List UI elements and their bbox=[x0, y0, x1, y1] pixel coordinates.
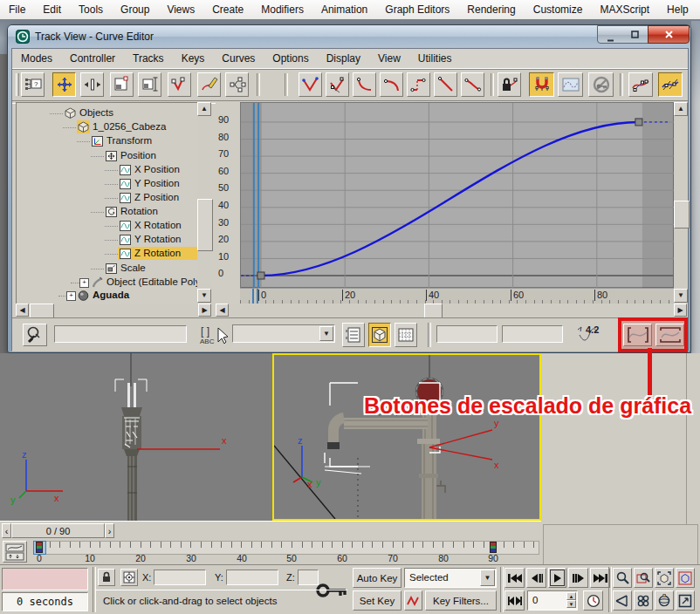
zoom-extents-button[interactable] bbox=[655, 568, 674, 588]
y-coord-field[interactable] bbox=[226, 570, 278, 585]
select-by-name-button[interactable] bbox=[23, 324, 47, 346]
curve-graph[interactable] bbox=[240, 102, 674, 288]
hierarchy-tree[interactable]: Objects 1_0256_Cabeza Transform Position… bbox=[16, 102, 198, 304]
viewport-perspective-active[interactable]: y x z x y bbox=[272, 353, 541, 521]
absolute-offset-toggle[interactable] bbox=[120, 569, 138, 586]
scale-keys-button[interactable] bbox=[110, 72, 134, 97]
menu-display[interactable]: Display bbox=[318, 49, 369, 68]
time-configuration-button[interactable] bbox=[583, 590, 603, 611]
scale-values-button[interactable] bbox=[138, 72, 161, 97]
scroll-left-arrow[interactable]: ◀ bbox=[216, 304, 229, 317]
maximize-button[interactable] bbox=[622, 25, 649, 44]
set-key-button[interactable]: Set Key bbox=[353, 590, 401, 611]
next-frame-arrow[interactable]: › bbox=[105, 523, 114, 538]
dropdown-arrow[interactable]: ▼ bbox=[319, 326, 333, 341]
pan-button[interactable] bbox=[634, 590, 653, 611]
menu-tracks[interactable]: Tracks bbox=[124, 49, 173, 68]
keyframe-marker-90[interactable] bbox=[490, 542, 497, 553]
tree-item-aguada[interactable]: +Aguada bbox=[17, 289, 198, 303]
key-filters-button[interactable]: Key Filters... bbox=[425, 590, 497, 611]
scroll-thumb[interactable] bbox=[197, 199, 213, 251]
tree-item-rotation[interactable]: Rotation bbox=[17, 205, 198, 219]
menu-animation[interactable]: Animation bbox=[312, 0, 376, 19]
scroll-down-arrow[interactable]: ▼ bbox=[197, 289, 211, 303]
menu-create[interactable]: Create bbox=[203, 0, 252, 19]
window-title-bar[interactable]: Track View - Curve Editor bbox=[8, 25, 690, 48]
menu-rendering[interactable]: Rendering bbox=[458, 0, 524, 19]
scroll-up-arrow[interactable]: ▲ bbox=[197, 102, 211, 116]
snap-frames-button[interactable] bbox=[529, 72, 554, 97]
tree-item-y-position[interactable]: Y Position bbox=[17, 177, 198, 191]
selection-set-dropdown[interactable]: ▼ bbox=[232, 324, 335, 343]
set-tangents-auto-button[interactable] bbox=[299, 72, 322, 97]
x-coord-field[interactable] bbox=[154, 570, 206, 585]
menu-customize[interactable]: Customize bbox=[525, 0, 592, 19]
zoom-value-extents-button[interactable] bbox=[655, 324, 684, 346]
scroll-thumb[interactable] bbox=[424, 304, 443, 318]
key-time-field[interactable] bbox=[436, 325, 498, 343]
key-value-field[interactable] bbox=[502, 325, 563, 343]
menu-tools[interactable]: Tools bbox=[70, 0, 112, 19]
time-slider-tick[interactable] bbox=[257, 289, 258, 304]
zoom-all-button[interactable] bbox=[634, 568, 653, 588]
scroll-up-arrow[interactable]: ▲ bbox=[674, 102, 688, 116]
set-tangents-slow-button[interactable] bbox=[380, 72, 403, 97]
set-tangents-custom-button[interactable] bbox=[326, 72, 349, 97]
go-to-end-button[interactable] bbox=[590, 568, 610, 588]
tree-item-editable-poly[interactable]: +Object (Editable Poly) bbox=[17, 276, 198, 290]
tree-scrollbar-vertical[interactable]: ▲ ▼ bbox=[197, 102, 211, 303]
menu-views[interactable]: Views bbox=[158, 0, 203, 19]
viewport-front[interactable]: x z x y bbox=[0, 353, 272, 521]
expander-icon[interactable]: + bbox=[66, 291, 76, 301]
menu-controller[interactable]: Controller bbox=[61, 49, 124, 68]
select-by-name-mode[interactable]: [ ]ABC bbox=[199, 323, 229, 347]
tree-item-position[interactable]: Position bbox=[17, 149, 198, 163]
filters-button[interactable]: ? bbox=[21, 72, 45, 97]
tree-item-objects[interactable]: Objects bbox=[17, 106, 198, 120]
show-tangents-button[interactable] bbox=[628, 72, 653, 97]
graph-time-ruler[interactable]: 0 20 40 60 80 bbox=[240, 288, 674, 304]
set-tangents-linear-button[interactable] bbox=[434, 72, 457, 97]
tree-item-z-rotation[interactable]: Z Rotation bbox=[17, 247, 198, 261]
default-in-out-tangents-button[interactable] bbox=[404, 590, 422, 611]
scroll-right-arrow[interactable]: ▶ bbox=[198, 304, 211, 317]
maximize-viewport-toggle[interactable] bbox=[676, 590, 695, 611]
track-sets-editor-button[interactable] bbox=[342, 323, 365, 347]
tree-item-transform[interactable]: Transform bbox=[17, 134, 198, 148]
frame-spinner[interactable]: ▲ ▼ bbox=[566, 592, 576, 609]
zoom-extents-all-button[interactable] bbox=[676, 568, 695, 588]
play-button[interactable] bbox=[548, 568, 566, 588]
slide-keys-button[interactable] bbox=[80, 72, 104, 97]
show-keyable-icons-button[interactable] bbox=[588, 72, 614, 97]
draw-curves-button[interactable] bbox=[197, 72, 221, 97]
menu-graph-editors[interactable]: Graph Editors bbox=[376, 0, 458, 19]
curve-editor-mode-button[interactable] bbox=[368, 323, 391, 347]
tree-item-z-position[interactable]: Z Position bbox=[17, 191, 198, 205]
scroll-thumb[interactable] bbox=[30, 304, 54, 318]
set-tangents-step-button[interactable] bbox=[407, 72, 430, 97]
tree-item-x-rotation[interactable]: X Rotation bbox=[17, 219, 198, 233]
tree-item-x-position[interactable]: X Position bbox=[17, 163, 198, 177]
param-out-of-range-button[interactable] bbox=[558, 72, 583, 97]
key-mode-toggle[interactable] bbox=[504, 590, 525, 611]
auto-key-button[interactable]: Auto Key bbox=[353, 568, 401, 588]
menu-keys[interactable]: Keys bbox=[173, 49, 214, 68]
menu-options[interactable]: Options bbox=[264, 49, 317, 68]
tree-item-y-rotation[interactable]: Y Rotation bbox=[17, 233, 198, 247]
menu-modifiers[interactable]: Modifiers bbox=[252, 0, 312, 19]
menu-modes[interactable]: Modes bbox=[12, 49, 61, 68]
time-slider-button[interactable]: 0 / 90 bbox=[11, 523, 105, 538]
expander-icon[interactable]: + bbox=[79, 278, 89, 288]
menu-file[interactable]: File bbox=[0, 0, 34, 19]
maxscript-mini-listener[interactable] bbox=[2, 568, 88, 590]
dropdown-arrow[interactable]: ▼ bbox=[480, 570, 495, 586]
menu-utilities[interactable]: Utilities bbox=[409, 49, 461, 68]
menu-group[interactable]: Group bbox=[112, 0, 158, 19]
zoom-button[interactable] bbox=[613, 568, 632, 588]
minimize-button[interactable] bbox=[597, 25, 624, 44]
menu-view[interactable]: View bbox=[369, 49, 409, 68]
tree-item-scale[interactable]: Scale bbox=[17, 262, 198, 276]
set-tangents-smooth-button[interactable] bbox=[461, 72, 484, 97]
set-tangents-fast-button[interactable] bbox=[353, 72, 376, 97]
menu-edit[interactable]: Edit bbox=[34, 0, 70, 19]
